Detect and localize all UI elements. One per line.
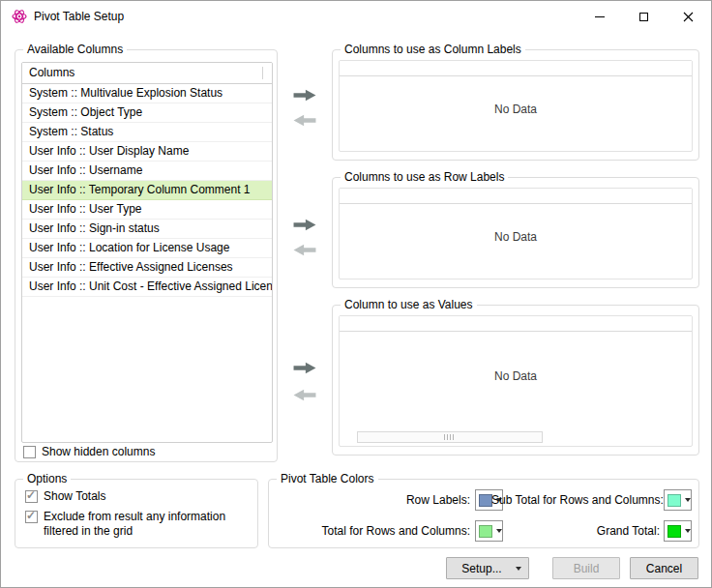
row-labels-color-label: Row Labels: — [269, 489, 470, 511]
available-columns-group-label: Available Columns — [23, 43, 127, 57]
remove-from-values-button[interactable] — [289, 386, 320, 403]
list-item[interactable]: User Info :: Location for License Usage — [22, 239, 272, 258]
grand-total-color-label: Grand Total: — [491, 520, 660, 542]
checkbox-box — [25, 490, 38, 503]
remove-from-row-labels-button[interactable] — [289, 241, 320, 258]
app-icon — [12, 9, 27, 24]
maximize-button[interactable] — [622, 2, 666, 31]
list-item[interactable]: User Info :: Unit Cost - Effective Assig… — [22, 278, 272, 297]
list-item[interactable]: User Info :: Sign-in status — [22, 220, 272, 239]
pivot-colors-group: Pivot Table Colors Row Labels: Sub Total… — [268, 479, 699, 548]
no-data-text: No Data — [340, 230, 692, 244]
arrow-right-icon — [291, 218, 318, 232]
arrow-left-icon — [291, 243, 318, 257]
add-to-column-labels-button[interactable] — [289, 86, 320, 103]
color-swatch — [479, 525, 492, 538]
total-color-label: Total for Rows and Columns: — [269, 520, 470, 542]
list-item[interactable]: User Info :: User Type — [22, 200, 272, 220]
options-group-label: Options — [23, 472, 71, 486]
arrow-right-icon — [291, 88, 318, 103]
row-labels-list[interactable]: No Data — [339, 188, 693, 279]
window-title: Pivot Table Setup — [34, 1, 124, 32]
close-icon — [683, 12, 694, 22]
list-item-selected[interactable]: User Info :: Temporary Column Comment 1 — [22, 181, 272, 200]
show-hidden-label: Show hidden columns — [42, 445, 155, 459]
exclude-filtered-checkbox[interactable]: Exclude from result any information filt… — [25, 510, 233, 539]
exclude-filtered-label: Exclude from result any information filt… — [44, 510, 233, 539]
list-item[interactable]: System :: Object Type — [22, 103, 272, 123]
values-list-header — [340, 316, 692, 332]
maximize-icon — [639, 13, 648, 21]
available-columns-group: Available Columns Columns System :: Mult… — [15, 49, 278, 462]
chevron-down-icon — [516, 567, 521, 571]
list-item[interactable]: User Info :: User Display Name — [22, 142, 272, 162]
title-bar: Pivot Table Setup — [1, 1, 711, 32]
remove-from-column-labels-button[interactable] — [289, 111, 320, 129]
values-group: Column to use as Values No Data — [332, 305, 699, 456]
row-labels-list-header — [340, 189, 692, 204]
cancel-button-label: Cancel — [646, 562, 682, 575]
columns-header[interactable]: Columns — [22, 63, 272, 84]
pivot-colors-group-label: Pivot Table Colors — [277, 472, 378, 486]
arrow-right-icon — [291, 361, 318, 375]
color-swatch — [668, 525, 681, 538]
column-labels-group: Columns to use as Column Labels No Data — [332, 49, 699, 161]
no-data-text: No Data — [340, 369, 692, 383]
color-swatch — [479, 494, 492, 507]
show-totals-checkbox[interactable]: Show Totals — [25, 489, 105, 504]
close-button[interactable] — [667, 2, 710, 31]
cancel-button[interactable]: Cancel — [630, 557, 698, 579]
chevron-down-icon — [685, 529, 691, 533]
build-button[interactable]: Build — [552, 557, 620, 579]
scrollbar-thumb[interactable] — [444, 434, 456, 440]
arrow-left-icon — [291, 113, 318, 128]
color-swatch — [668, 494, 681, 507]
checkbox-box — [23, 446, 36, 458]
add-to-values-button[interactable] — [289, 359, 320, 376]
setup-button-label: Setup... — [454, 562, 510, 575]
list-item[interactable]: User Info :: Username — [22, 162, 272, 181]
horizontal-scrollbar[interactable] — [357, 431, 543, 443]
list-item[interactable]: System :: Multivalue Explosion Status — [22, 84, 272, 103]
minimize-button[interactable] — [578, 2, 621, 31]
pivot-table-setup-window: Pivot Table Setup Available Columns Colu… — [0, 0, 712, 588]
row-labels-group-label: Columns to use as Row Labels — [341, 170, 508, 185]
minimize-icon — [595, 16, 605, 17]
row-labels-group: Columns to use as Row Labels No Data — [332, 177, 699, 288]
column-labels-group-label: Columns to use as Column Labels — [341, 43, 525, 57]
build-button-label: Build — [574, 562, 600, 575]
chevron-down-icon — [685, 498, 691, 502]
values-list[interactable]: No Data — [339, 315, 693, 447]
list-item[interactable]: System :: Status — [22, 123, 272, 142]
sub-total-color-dropdown[interactable] — [664, 489, 692, 511]
grand-total-color-dropdown[interactable] — [664, 520, 692, 542]
checkbox-box — [25, 511, 38, 523]
add-to-row-labels-button[interactable] — [289, 216, 320, 233]
show-totals-label: Show Totals — [44, 489, 105, 504]
list-item[interactable]: User Info :: Effective Assigned Licenses — [22, 258, 272, 278]
no-data-text: No Data — [340, 103, 692, 116]
setup-button[interactable]: Setup... — [446, 557, 529, 579]
column-labels-list[interactable]: No Data — [339, 60, 693, 152]
arrow-left-icon — [291, 388, 318, 402]
options-group: Options Show Totals Exclude from result … — [15, 479, 258, 548]
available-columns-list[interactable]: Columns System :: Multivalue Explosion S… — [21, 62, 273, 443]
values-group-label: Column to use as Values — [341, 298, 477, 312]
show-hidden-checkbox[interactable]: Show hidden columns — [23, 445, 155, 459]
column-labels-list-header — [340, 61, 692, 76]
sub-total-color-label: Sub Total for Rows and Columns: — [491, 489, 660, 511]
